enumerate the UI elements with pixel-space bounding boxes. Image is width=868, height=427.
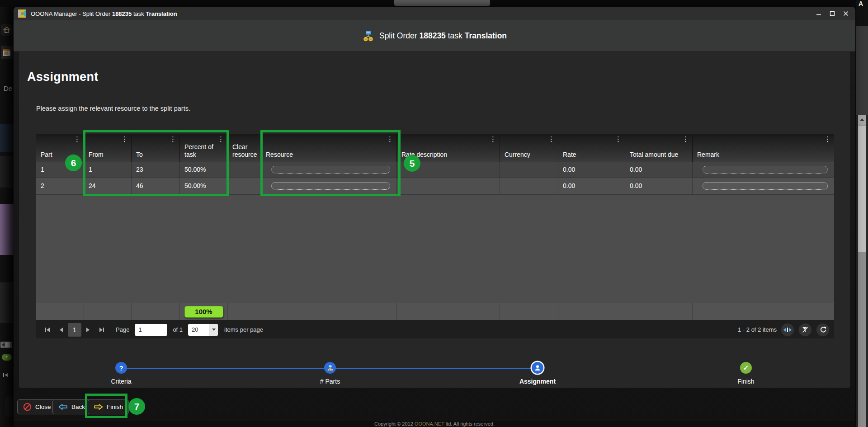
column-header-currency[interactable]: Currency⋮ bbox=[500, 134, 558, 162]
wizard-step-finish[interactable]: ✓ Finish bbox=[708, 362, 784, 385]
cell-resource bbox=[261, 162, 397, 178]
parts-step-icon[interactable] bbox=[324, 362, 336, 374]
copyright-bar: Copyright © 2012 OOONA.NET ltd. All righ… bbox=[14, 421, 855, 427]
column-menu-icon[interactable]: ⋮ bbox=[615, 136, 622, 142]
page-label: Page bbox=[116, 326, 129, 333]
column-header-total-amount-due[interactable]: Total amount due⋮ bbox=[625, 134, 693, 162]
items-per-page-label: items per page bbox=[224, 326, 263, 333]
skip-to-start-icon[interactable] bbox=[3, 371, 8, 379]
close-button[interactable]: Close bbox=[17, 399, 57, 414]
cell-remark bbox=[693, 178, 834, 194]
home-icon[interactable] bbox=[1, 24, 13, 36]
resize-columns-button[interactable] bbox=[781, 323, 794, 337]
maximize-button[interactable] bbox=[826, 7, 839, 20]
background-sidebar-label: De bbox=[4, 84, 12, 92]
previous-page-button[interactable] bbox=[54, 323, 68, 337]
wizard-step-criteria[interactable]: ? Criteria bbox=[83, 362, 160, 385]
minimize-button[interactable] bbox=[812, 7, 826, 20]
chevron-down-icon[interactable] bbox=[209, 324, 218, 336]
background-slider[interactable] bbox=[0, 342, 12, 348]
resize-columns-icon bbox=[783, 327, 792, 333]
next-page-button[interactable] bbox=[81, 323, 95, 337]
cell-total-amount-due: 0.00 bbox=[625, 178, 693, 194]
dialog-title: Split Order 188235 task Translation bbox=[379, 31, 507, 41]
column-menu-icon[interactable]: ⋮ bbox=[682, 136, 689, 142]
cell-part: 2 bbox=[36, 178, 84, 194]
background-window-tab bbox=[394, 0, 490, 6]
assignment-panel: Assignment Please assign the relevant re… bbox=[19, 51, 850, 388]
app-logo-icon bbox=[18, 9, 26, 18]
cell-currency bbox=[500, 162, 558, 178]
scrollbar-up-arrow[interactable] bbox=[858, 115, 866, 125]
window-titlebar[interactable]: OOONA Manager - Split Order 188235 task … bbox=[14, 7, 855, 20]
column-header-percent[interactable]: Percent of task⋮ bbox=[180, 134, 228, 162]
finish-step-icon[interactable]: ✓ bbox=[740, 362, 752, 374]
column-menu-icon[interactable]: ⋮ bbox=[824, 136, 831, 142]
finish-button[interactable]: Finish bbox=[88, 399, 129, 414]
column-menu-icon[interactable]: ⋮ bbox=[121, 136, 128, 142]
background-block bbox=[0, 204, 14, 255]
refresh-button[interactable] bbox=[816, 323, 830, 337]
grid-header-row: Part⋮ From⋮ To⋮ Percent of task⋮ Clear r… bbox=[36, 134, 834, 162]
cell-from: 1 bbox=[84, 162, 132, 178]
cell-from: 24 bbox=[84, 178, 132, 194]
window-body: % % Split Order 188235 task Translation … bbox=[14, 20, 855, 427]
clear-filter-button[interactable] bbox=[798, 323, 812, 337]
page-size-dropdown[interactable]: 20 bbox=[188, 324, 218, 336]
background-top-strip bbox=[0, 0, 868, 7]
cell-total-amount-due: 0.00 bbox=[625, 162, 693, 178]
remark-input-row-2[interactable] bbox=[703, 182, 828, 190]
instruction-text: Please assign the relevant resource to t… bbox=[36, 105, 190, 112]
schedule-icon[interactable] bbox=[1, 46, 13, 59]
ooona-manager-window: OOONA Manager - Split Order 188235 task … bbox=[14, 7, 855, 427]
refresh-icon bbox=[820, 326, 826, 333]
resource-input-row-2[interactable] bbox=[271, 182, 390, 190]
total-percent-badge: 100% bbox=[184, 306, 223, 318]
current-page-button[interactable]: 1 bbox=[68, 323, 81, 337]
cell-rate: 0.00 bbox=[558, 178, 625, 194]
cell-to: 46 bbox=[132, 178, 180, 194]
annotation-badge-7: 7 bbox=[128, 398, 145, 415]
scrollbar-thumb[interactable] bbox=[858, 126, 866, 252]
wizard-step-assignment[interactable]: Assignment bbox=[499, 362, 576, 385]
person-icon bbox=[534, 365, 541, 371]
question-icon: ? bbox=[119, 364, 123, 372]
cell-to: 23 bbox=[132, 162, 180, 178]
column-header-remark[interactable]: Remark⋮ bbox=[693, 134, 834, 162]
column-header-to[interactable]: To⋮ bbox=[132, 134, 180, 162]
grid-footer-row: 100% bbox=[36, 303, 834, 320]
column-header-resource[interactable]: Resource⋮ bbox=[261, 134, 397, 162]
window-title: OOONA Manager - Split Order 188235 task … bbox=[31, 10, 177, 17]
background-block bbox=[856, 26, 868, 115]
close-window-button[interactable] bbox=[839, 7, 853, 20]
column-header-clear-resource[interactable]: Clear resource bbox=[228, 134, 261, 162]
column-header-rate[interactable]: Rate⋮ bbox=[558, 134, 625, 162]
column-header-from[interactable]: From⋮ bbox=[84, 134, 132, 162]
background-app-sidebar: De + bbox=[0, 7, 14, 427]
column-menu-icon[interactable]: ⋮ bbox=[490, 136, 496, 142]
arrow-left-icon bbox=[58, 403, 68, 411]
column-menu-icon[interactable]: ⋮ bbox=[387, 136, 393, 142]
cell-rate-description bbox=[397, 178, 500, 194]
parts-grid: Part⋮ From⋮ To⋮ Percent of task⋮ Clear r… bbox=[36, 134, 834, 338]
column-menu-icon[interactable]: ⋮ bbox=[74, 136, 80, 142]
column-menu-icon[interactable]: ⋮ bbox=[217, 136, 224, 142]
page-number-input[interactable] bbox=[135, 324, 167, 336]
assignment-step-icon[interactable] bbox=[532, 362, 543, 374]
split-mini-icon bbox=[327, 365, 334, 371]
first-page-button[interactable] bbox=[41, 323, 54, 337]
back-button[interactable]: Back bbox=[52, 399, 91, 414]
cell-rate: 0.00 bbox=[558, 162, 625, 178]
remark-input-row-1[interactable] bbox=[703, 166, 828, 174]
resource-input-row-1[interactable] bbox=[271, 166, 390, 174]
items-range-label: 1 - 2 of 2 items bbox=[738, 326, 777, 333]
last-page-button[interactable] bbox=[95, 323, 108, 337]
column-menu-icon[interactable]: ⋮ bbox=[170, 136, 176, 142]
cell-currency bbox=[500, 178, 558, 194]
column-menu-icon[interactable]: ⋮ bbox=[548, 136, 555, 142]
wizard-step-parts[interactable]: # Parts bbox=[292, 362, 368, 385]
add-button[interactable]: + bbox=[2, 354, 12, 361]
criteria-step-icon[interactable]: ? bbox=[115, 362, 127, 374]
filter-off-icon bbox=[802, 327, 808, 333]
page-title: Assignment bbox=[27, 70, 99, 84]
